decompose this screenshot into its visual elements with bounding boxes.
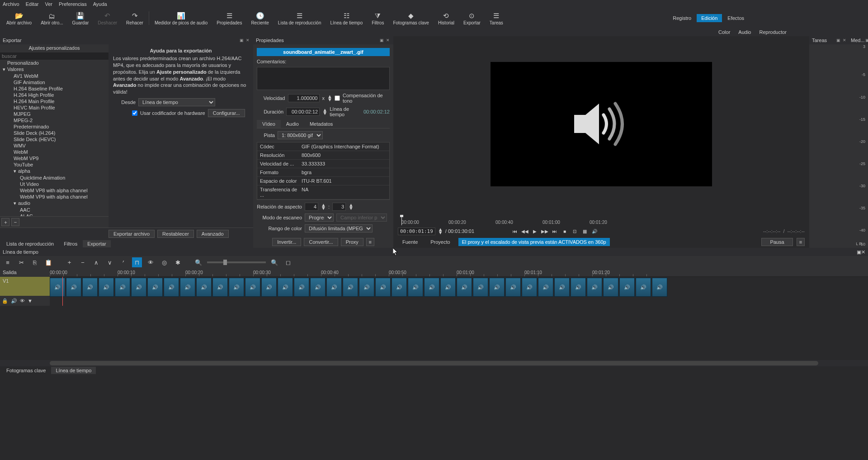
ripple-all-button[interactable]: ✱ [173, 257, 183, 267]
subtab-color[interactable]: Color [718, 29, 730, 35]
timeline-clip[interactable]: 🔊 [278, 278, 293, 297]
undock-icon[interactable]: ▣ [865, 38, 868, 43]
project-tab[interactable]: Proyecto [426, 238, 454, 246]
snap-button[interactable]: ⊓ [132, 257, 142, 267]
zoom-fit-button[interactable]: ◻ [283, 257, 293, 267]
video-preview[interactable] [491, 62, 712, 186]
convert-button[interactable]: Convertir... [304, 238, 338, 246]
peak-meter-button[interactable]: 📊Medidor de picos de audio [150, 8, 212, 28]
export-button[interactable]: ⊙Exportar [459, 8, 485, 28]
undock-icon[interactable]: ▣ [835, 38, 841, 43]
advanced-button[interactable]: Avanzado [197, 230, 229, 238]
zoom-in-button[interactable]: 🔍 [269, 257, 279, 267]
scrub-button[interactable]: 👁 [146, 257, 156, 267]
source-tab[interactable]: Fuente [398, 238, 422, 246]
menu-ayuda[interactable]: Ayuda [93, 1, 107, 7]
prop-tab-metadata[interactable]: Metadatos [304, 120, 338, 128]
tab-registro[interactable]: Registro [668, 14, 696, 22]
preset-item[interactable]: AAC [0, 207, 108, 213]
preset-item[interactable]: YouTube [0, 161, 108, 168]
zoom-button[interactable]: ⊡ [571, 228, 578, 235]
timeline-clip[interactable]: 🔊 [554, 278, 570, 297]
preset-search-input[interactable] [0, 52, 108, 60]
add-preset-button[interactable]: ＋ [1, 218, 9, 226]
timeline-ruler[interactable]: 00:00:0000:00:1000:00:2000:00:3000:00:40… [50, 269, 868, 277]
close-icon[interactable]: ✕ [245, 38, 250, 43]
keyframes-button[interactable]: ◆Fotogramas clave [388, 8, 433, 28]
reset-button[interactable]: Restablecer [157, 230, 194, 238]
preset-item[interactable]: WMV [0, 142, 108, 149]
viewer-ruler[interactable]: 00:00:00 00:00:20 00:00:40 00:01:00 00:0… [393, 216, 809, 226]
timeline-clip[interactable]: 🔊 [310, 278, 326, 297]
timeline-clip[interactable]: 🔊 [587, 278, 602, 297]
comments-textarea[interactable] [257, 67, 390, 90]
playlist-button[interactable]: ☰Lista de reproducción [274, 8, 326, 28]
preset-item[interactable]: AV1 WebM [0, 73, 108, 79]
undock-icon[interactable]: ▣ [379, 38, 384, 43]
duration-input[interactable] [286, 108, 320, 116]
play-button[interactable]: ▶ [531, 228, 538, 235]
track-select[interactable]: 1: 800x600 gif [278, 131, 323, 139]
timeline-clip[interactable]: 🔊 [473, 278, 488, 297]
remove-preset-button[interactable]: − [11, 218, 19, 226]
remove-button[interactable]: − [78, 257, 88, 267]
undock-icon[interactable]: ▣ [857, 249, 861, 255]
recent-button[interactable]: 🕓Reciente [246, 8, 273, 28]
viewer-menu-button[interactable]: ≡ [797, 238, 805, 246]
timeline-clip[interactable]: 🔊 [147, 278, 163, 297]
timeline-clip[interactable]: 🔊 [571, 278, 586, 297]
open-file-button[interactable]: 📂Abrir archivo [2, 8, 36, 28]
timeline-button[interactable]: ☷Línea de tiempo [326, 8, 367, 28]
properties-button[interactable]: ☰Propiedades [212, 8, 246, 28]
save-button[interactable]: 💾Guardar [68, 8, 94, 28]
timeline-clip[interactable]: 🔊 [489, 278, 505, 297]
timeline-clip[interactable]: 🔊 [164, 278, 179, 297]
preset-item[interactable]: WebM VP9 [0, 155, 108, 161]
menu-editar[interactable]: Editar [26, 1, 39, 7]
preset-item[interactable]: MPEG-2 [0, 117, 108, 123]
track-header[interactable]: V1 🔒 🔊 👁 ▼ [0, 277, 50, 306]
preset-item[interactable]: ▾alpha [0, 168, 108, 175]
paste-button[interactable]: 📋 [43, 257, 53, 267]
lift-button[interactable]: ∧ [91, 257, 101, 267]
timeline-clip[interactable]: 🔊 [180, 278, 195, 297]
timeline-clip[interactable]: 🔊 [636, 278, 651, 297]
timeline-clip[interactable]: 🔊 [66, 278, 81, 297]
timeline-clip[interactable]: 🔊 [196, 278, 212, 297]
tab-efectos[interactable]: Efectos [723, 14, 749, 22]
duration-spinner[interactable]: ▲▼ [322, 109, 327, 115]
pause-button[interactable]: Pausa [761, 238, 793, 246]
undock-icon[interactable]: ▣ [239, 38, 244, 43]
timeline-clip[interactable]: 🔊 [652, 278, 667, 297]
scan-select[interactable]: Progresiv [305, 213, 334, 222]
preset-item[interactable]: H.264 Baseline Profile [0, 85, 108, 92]
hide-icon[interactable]: 👁 [20, 298, 25, 304]
speed-input[interactable] [288, 94, 320, 102]
timeline-clip[interactable]: 🔊 [619, 278, 635, 297]
preset-item[interactable]: WebM VP9 with alpha channel [0, 194, 108, 200]
preset-item[interactable]: WebM VP8 with alpha channel [0, 187, 108, 194]
configure-button[interactable]: Configurar... [208, 109, 245, 117]
redo-button[interactable]: ↷Rehacer [122, 8, 148, 28]
lock-icon[interactable]: 🔒 [2, 298, 8, 304]
timeline-clip[interactable]: 🔊 [326, 278, 342, 297]
preset-item[interactable]: ▾Valores [0, 66, 108, 73]
close-icon[interactable]: ✕ [842, 38, 847, 43]
aspect-w-input[interactable] [305, 203, 318, 211]
skip-next-button[interactable]: ⏭ [551, 228, 558, 235]
timeline-playhead[interactable] [62, 277, 63, 306]
timeline-clip[interactable]: 🔊 [359, 278, 374, 297]
append-button[interactable]: ＋ [64, 257, 74, 267]
subtab-reproductor[interactable]: Reproductor [759, 29, 787, 35]
preset-item[interactable]: MJPEG [0, 111, 108, 117]
undo-button[interactable]: ↶Deshacer [93, 8, 122, 28]
preset-item[interactable]: H.264 Main Profile [0, 98, 108, 104]
overwrite-button[interactable]: ∨ [105, 257, 115, 267]
aspect-h-input[interactable] [332, 203, 346, 211]
timeline-clip[interactable]: 🔊 [99, 278, 114, 297]
forward-button[interactable]: ▶▶ [541, 228, 548, 235]
invert-button[interactable]: Invertir... [272, 238, 301, 246]
prop-tab-video[interactable]: Vídeo [257, 120, 281, 128]
filters-button[interactable]: ⧩Filtros [367, 8, 388, 28]
menu-archivo[interactable]: Archivo [3, 1, 19, 7]
